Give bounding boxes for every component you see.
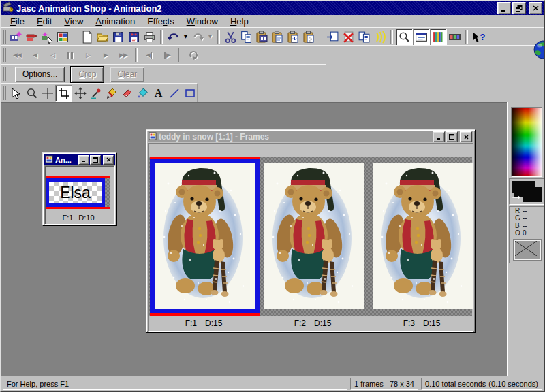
maximize-button[interactable] <box>90 155 101 165</box>
options-button[interactable]: Options... <box>15 67 65 82</box>
app-title-bar[interactable]: Jasc Animation Shop - Animation2 <box>1 1 544 15</box>
clear-button[interactable]: Clear <box>110 67 144 82</box>
standard-toolbar: ▼ ▼ ? <box>1 27 544 46</box>
close-button[interactable] <box>460 131 472 142</box>
banner-wizard-button[interactable] <box>24 29 40 45</box>
play-outline-button[interactable]: ▷ <box>79 48 97 63</box>
propagate-paste-button[interactable] <box>372 29 388 45</box>
menu-animation[interactable]: Animation <box>89 16 141 27</box>
frames-view-button[interactable] <box>430 29 447 46</box>
frame-canvas[interactable]: Elsa <box>49 182 102 203</box>
maximize-button[interactable] <box>446 131 458 142</box>
toolbar-grip[interactable] <box>3 30 6 44</box>
minimize-button[interactable] <box>433 131 445 142</box>
save-frame-button[interactable] <box>126 29 142 45</box>
duplicate-frame-button[interactable] <box>356 29 372 45</box>
text-tool[interactable]: A <box>151 86 166 101</box>
pause-button[interactable] <box>61 48 79 63</box>
line-tool[interactable] <box>166 86 182 101</box>
paste-transparent-icon <box>302 31 315 44</box>
effects-wizard-button[interactable] <box>40 29 55 45</box>
minimize-button[interactable] <box>78 155 89 165</box>
color-picker-rainbow[interactable] <box>511 107 542 177</box>
previous-frame-button[interactable]: ◀ <box>26 48 44 63</box>
save-button[interactable] <box>110 29 126 45</box>
rewind-button[interactable]: ◀◀ <box>8 48 26 63</box>
filmstrip-view-button[interactable] <box>447 29 463 45</box>
toolbar-separator <box>217 30 220 44</box>
registration-mark-tool[interactable] <box>40 86 55 101</box>
toolbar-grip[interactable] <box>3 48 6 62</box>
cut-button[interactable] <box>223 29 238 45</box>
flood-fill-tool[interactable] <box>135 86 151 101</box>
eyedropper-tool[interactable] <box>88 86 104 101</box>
menu-edit[interactable]: Edit <box>31 16 58 27</box>
zoom-tool[interactable] <box>24 86 40 101</box>
menu-window[interactable]: Window <box>181 16 224 27</box>
paste-new-animation-button[interactable] <box>254 29 270 45</box>
frame-1[interactable] <box>150 157 260 316</box>
frame-thumbnail[interactable]: Elsa <box>46 176 110 209</box>
move-tool[interactable] <box>72 86 88 101</box>
redo-button[interactable] <box>190 29 206 45</box>
globe-icon[interactable] <box>532 40 545 61</box>
restore-button[interactable] <box>512 2 526 14</box>
frame-3-label: F:3D:15 <box>403 318 441 328</box>
toolbar-grip[interactable] <box>3 67 6 81</box>
context-help-button[interactable]: ? <box>471 29 486 45</box>
loop-button[interactable] <box>184 48 202 63</box>
paste-new-frame-button[interactable] <box>270 29 285 45</box>
copy-button[interactable] <box>238 29 254 45</box>
play-button[interactable]: ▶ <box>97 48 114 63</box>
effects-wizard-icon <box>41 31 54 44</box>
new-page-icon <box>80 31 93 44</box>
animation-view-button[interactable] <box>413 29 430 46</box>
swap-colors-icon[interactable] <box>512 191 520 203</box>
rectangle-icon <box>184 87 196 99</box>
frames-window[interactable]: teddy in snow [1:1] - Frames <box>146 129 476 333</box>
paste-transparent-button[interactable] <box>301 29 317 45</box>
minimize-button[interactable] <box>497 2 511 14</box>
menu-bar: File Edit View Animation Effects Window … <box>1 15 544 28</box>
menu-help[interactable]: Help <box>224 16 255 27</box>
delete-frames-button[interactable] <box>341 29 356 45</box>
move-arrows-icon <box>74 87 87 99</box>
menu-effects[interactable]: Effects <box>141 16 181 27</box>
browse-button[interactable] <box>55 29 71 45</box>
undo-dropdown-button[interactable]: ▼ <box>181 29 190 45</box>
crop-button[interactable]: Crop <box>71 67 104 82</box>
new-animation-button[interactable] <box>79 29 95 45</box>
animation2-title: An... <box>55 156 72 164</box>
animation-wizard-button[interactable] <box>8 29 24 45</box>
paste-into-frame-button[interactable] <box>285 29 301 45</box>
brush-tool[interactable] <box>104 86 119 101</box>
close-button[interactable] <box>103 155 114 165</box>
insert-frames-button[interactable] <box>325 29 341 45</box>
menu-file[interactable]: File <box>4 16 31 27</box>
animation2-window[interactable]: An... Elsa <box>42 152 117 226</box>
menu-view[interactable]: View <box>58 16 89 27</box>
frame-3[interactable] <box>373 163 473 309</box>
animation2-title-bar[interactable]: An... <box>44 154 115 165</box>
close-button[interactable] <box>529 2 542 14</box>
zoom-toggle-button[interactable] <box>396 29 413 46</box>
magnifier-icon <box>26 87 38 99</box>
frames-window-title-bar[interactable]: teddy in snow [1:1] - Frames <box>148 131 473 142</box>
null-color-icon[interactable] <box>514 240 541 260</box>
eraser-tool[interactable] <box>119 86 135 101</box>
frame-2[interactable] <box>264 163 364 309</box>
frame-forward-button[interactable]: ▶ <box>158 48 176 63</box>
rectangle-tool[interactable] <box>182 86 198 101</box>
undo-button[interactable] <box>166 29 181 45</box>
fast-forward-button[interactable]: ▶▶ <box>114 48 132 63</box>
export-frames-button[interactable] <box>142 29 157 45</box>
frame-back-button[interactable]: ◀ <box>140 48 158 63</box>
filmstrip-icon <box>448 31 461 44</box>
open-button[interactable] <box>95 29 110 45</box>
toolbar-grip[interactable] <box>3 86 6 100</box>
dropdown-icon: ▼ <box>208 34 212 39</box>
crop-tool[interactable] <box>55 85 72 102</box>
redo-dropdown-button[interactable]: ▼ <box>206 29 215 45</box>
arrow-tool[interactable] <box>8 86 24 101</box>
play-reverse-button[interactable]: ◁ <box>44 48 61 63</box>
